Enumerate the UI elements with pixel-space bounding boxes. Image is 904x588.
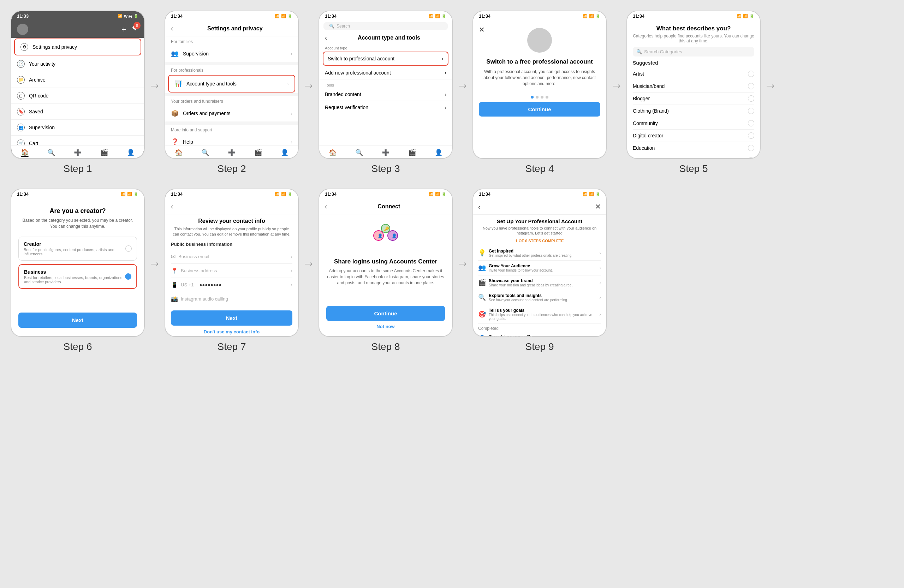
step7-back-btn[interactable]: ‹ (171, 202, 173, 210)
cat-community[interactable]: Community (633, 117, 754, 130)
completed-label: Completed (478, 326, 601, 331)
cat-community-radio[interactable] (748, 120, 754, 126)
creator-option[interactable]: Creator Best for public figures, content… (18, 237, 137, 261)
step-7-wrapper: 11:34 📶📶🔋 ‹ Review your contact info Thi… (164, 188, 299, 352)
task-goals[interactable]: 🎯 Tell us your goals This helps us conne… (478, 305, 601, 324)
step7-label: Step 7 (218, 341, 246, 352)
account-type-tools-item[interactable]: 📊 Account type and tools › (168, 75, 295, 93)
task-grow-audience[interactable]: 👥 Grow Your Audience Invite your friends… (478, 261, 601, 275)
creator-radio[interactable] (125, 245, 132, 252)
search-categories-input[interactable]: 🔍 Search Categories (633, 47, 754, 57)
cat-blogger-radio[interactable] (748, 95, 754, 102)
step6-label: Step 6 (63, 341, 92, 352)
cat-clothing[interactable]: Clothing (Brand) (633, 105, 754, 117)
request-verification-label: Request verification (325, 104, 368, 110)
s2-reels-nav[interactable]: 🎬 (254, 148, 262, 157)
saved-item[interactable]: 🔖 Saved (11, 104, 144, 120)
phone-field[interactable]: 📱 US +1 ●●●●●●●● › (171, 278, 292, 292)
reels-nav[interactable]: 🎬 (100, 148, 108, 157)
help-item[interactable]: ❓ Help › (165, 134, 298, 145)
step4-continue-btn[interactable]: Continue (479, 102, 600, 117)
dont-use-link[interactable]: Don't use my contact info (171, 329, 292, 334)
phone-number: ●●●●●●●● (199, 282, 222, 288)
get-inspired-icon: 💡 (478, 249, 486, 257)
business-radio[interactable] (125, 273, 131, 280)
cat-digital[interactable]: Digital creator (633, 130, 754, 142)
archive-item[interactable]: 📁 Archive (11, 72, 144, 88)
step1-label: Step 1 (63, 163, 92, 174)
step2-back-btn[interactable]: ‹ (171, 24, 173, 33)
qr-item[interactable]: ◻ QR code (11, 88, 144, 104)
step9-close-btn[interactable]: ✕ (595, 202, 601, 211)
s3-search-nav[interactable]: 🔍 (355, 148, 363, 157)
instagram-calling-field[interactable]: 📸 Instagram audio calling (171, 292, 292, 306)
cat-artist-radio[interactable] (748, 71, 754, 77)
step6-next-btn[interactable]: Next (18, 313, 137, 328)
cat-education-radio[interactable] (748, 145, 754, 151)
branded-content-item[interactable]: Branded content › (319, 88, 452, 101)
s3-add-nav[interactable]: ➕ (381, 148, 390, 157)
supervision-menu-item[interactable]: 👥 Supervision › (165, 46, 298, 62)
step8-desc: Adding your accounts to the same Account… (326, 268, 445, 286)
add-new-professional-item[interactable]: Add new professional account › (319, 66, 452, 79)
s2-home-nav[interactable]: 🏠 (174, 148, 183, 157)
cart-item[interactable]: 🛒 Cart (11, 136, 144, 145)
step2-status-bar: 11:34 📶📶🔋 (165, 11, 298, 21)
s2-profile-nav[interactable]: 👤 (280, 148, 289, 157)
step4-close-btn[interactable]: ✕ (479, 25, 485, 34)
request-verification-item[interactable]: Request verification › (319, 101, 452, 114)
step7-next-btn[interactable]: Next (171, 310, 292, 326)
task-showcase[interactable]: 🎬 Showcase your brand Share your mission… (478, 275, 601, 290)
step9-back-btn[interactable]: ‹ (478, 203, 480, 211)
step8-continue-btn[interactable]: Continue (326, 306, 445, 321)
step8-back-btn[interactable]: ‹ (325, 202, 327, 210)
cat-musician-radio[interactable] (748, 83, 754, 89)
step3-search-bar[interactable]: 🔍 Search (324, 22, 448, 30)
not-now-link[interactable]: Not now (376, 324, 394, 329)
business-address-field[interactable]: 📍 Business address › (171, 264, 292, 278)
phone-placeholder: US +1 (181, 282, 194, 288)
cat-digital-radio[interactable] (748, 133, 754, 139)
tools-section-label: Tools (319, 81, 452, 88)
cat-musician[interactable]: Musician/band (633, 80, 754, 93)
s2-add-nav[interactable]: ➕ (228, 148, 236, 157)
s3-profile-nav[interactable]: 👤 (435, 148, 443, 157)
profile-nav[interactable]: 👤 (126, 148, 135, 157)
step3-back-btn[interactable]: ‹ (325, 33, 327, 42)
search-cat-icon: 🔍 (636, 49, 642, 54)
orders-payments-item[interactable]: 📦 Orders and payments › (165, 105, 298, 122)
s2-search-nav[interactable]: 🔍 (201, 148, 209, 157)
task-get-inspired-desc: Get inspired by what other professionals… (489, 254, 596, 258)
s3-reels-nav[interactable]: 🎬 (408, 148, 416, 157)
business-option[interactable]: Business Best for retailers, local busin… (18, 264, 137, 289)
s3-home-nav[interactable]: 🏠 (329, 148, 337, 157)
task-get-inspired[interactable]: 💡 Get Inspired Get inspired by what othe… (478, 246, 601, 261)
step7-status-bar: 11:34 📶📶🔋 (165, 189, 298, 199)
settings-privacy-item[interactable]: ⚙ Settings and privacy (14, 38, 141, 55)
business-email-field[interactable]: ✉ Business email › (171, 250, 292, 264)
cat-blogger[interactable]: Blogger (633, 93, 754, 105)
home-nav[interactable]: 🏠 (21, 148, 29, 157)
task-explore[interactable]: 🔍 Explore tools and insights See how you… (478, 290, 601, 305)
supervision-item[interactable]: 👥 Supervision (11, 120, 144, 136)
step5-status-bar: 11:34 📶📶🔋 (627, 11, 760, 21)
task-goals-text: Tell us your goals This helps us connect… (489, 308, 596, 321)
switch-professional-item[interactable]: Switch to professional account › (323, 52, 449, 66)
cat-artist[interactable]: Artist (633, 68, 754, 80)
arrow-4: → (610, 78, 623, 93)
step2-screen-header: ‹ Settings and privacy (165, 21, 298, 36)
search-nav[interactable]: 🔍 (47, 148, 55, 157)
your-activity-item[interactable]: 🕐 Your activity (11, 56, 144, 72)
step3-status-bar: 11:34 📶📶🔋 (319, 11, 452, 21)
cat-entrepreneur[interactable]: Entrepreneur (633, 154, 754, 158)
cat-education[interactable]: Education (633, 142, 754, 154)
step-8-phone: 11:34 📶📶🔋 ‹ Connect 👤 (319, 188, 453, 337)
step4-desc: With a professional account, you can get… (479, 69, 600, 87)
step8-title: Share logins using Accounts Center (334, 258, 437, 265)
settings-label: Settings and privacy (33, 44, 135, 50)
add-nav[interactable]: ➕ (73, 148, 82, 157)
cat-entrepreneur-radio[interactable] (748, 157, 754, 158)
cat-clothing-radio[interactable] (748, 108, 754, 114)
divider-1 (165, 62, 298, 65)
completed-profile-item[interactable]: 👤 Complete your profile Adding details l… (478, 332, 601, 336)
